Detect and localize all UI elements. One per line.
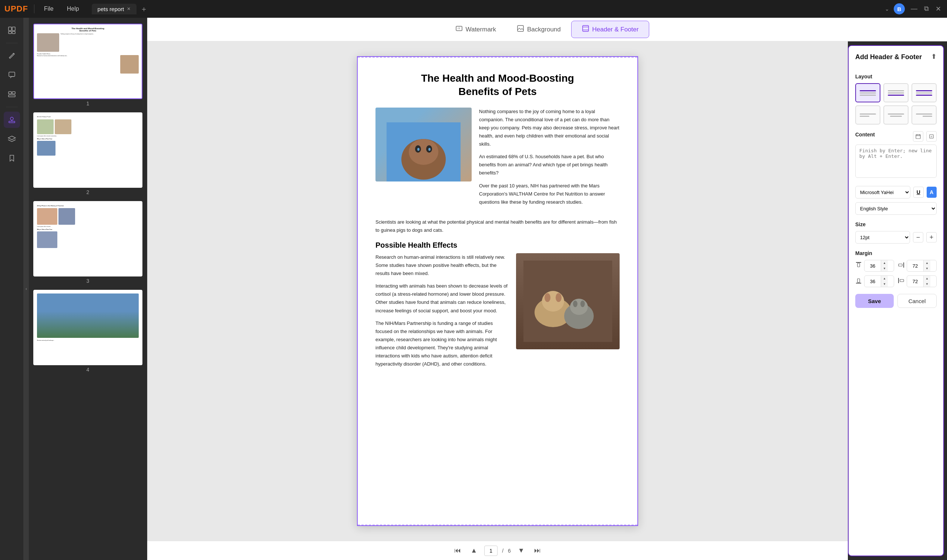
content-header: Content: [855, 131, 937, 142]
doc-intro-p2: An estimated 68% of U.S. households have…: [479, 153, 620, 177]
sidebar-stamp-icon[interactable]: [4, 112, 20, 128]
size-section: Size 12pt 8pt 10pt 14pt 16pt 18pt − +: [855, 222, 937, 244]
font-select[interactable]: Microsoft YaHei Arial Times New Roman: [855, 186, 910, 198]
doc-intro-p3: Over the past 10 years, NIH has partnere…: [479, 182, 620, 206]
underline-button[interactable]: U: [913, 187, 924, 198]
content-textarea[interactable]: [855, 145, 937, 178]
margin-grid: 36 ▲ ▼: [855, 260, 937, 287]
layout-option-1[interactable]: [855, 83, 881, 102]
margin-bottom-input[interactable]: 36: [865, 276, 881, 287]
svg-point-30: [573, 300, 577, 307]
thumb-body-1: Nothing compares to the joy of coming ho…: [61, 33, 139, 52]
margin-right-up[interactable]: ▲: [924, 260, 930, 266]
margin-left-input[interactable]: [907, 276, 923, 287]
svg-rect-12: [518, 26, 523, 31]
doc-intro-section: Nothing compares to the joy of coming ho…: [375, 108, 620, 211]
top-toolbar: Watermark Background: [147, 18, 947, 42]
tab-pets-report[interactable]: pets report ✕: [92, 4, 137, 14]
doc-effects-section: Research on human-animal interactions is…: [375, 253, 620, 372]
last-page-button[interactable]: ⏭: [532, 545, 543, 557]
user-avatar[interactable]: B: [894, 3, 905, 14]
bold-color-button[interactable]: A: [927, 187, 937, 198]
pagination-total: 6: [508, 548, 511, 554]
svg-rect-43: [858, 279, 860, 282]
page-number-input[interactable]: 1: [484, 546, 498, 556]
cancel-button[interactable]: Cancel: [898, 294, 937, 308]
tab-add-icon[interactable]: ＋: [138, 4, 150, 14]
size-select[interactable]: 12pt 8pt 10pt 14pt 16pt 18pt: [855, 231, 910, 244]
svg-rect-6: [12, 92, 15, 94]
margin-top-input[interactable]: 36: [865, 260, 881, 271]
chevron-down-icon[interactable]: ⌄: [885, 6, 889, 12]
sidebar-pages-icon[interactable]: [4, 22, 20, 38]
margin-bottom-icon: [855, 277, 862, 285]
title-divider: [34, 5, 34, 13]
save-button[interactable]: Save: [855, 294, 894, 308]
tab-background-label: Background: [527, 26, 561, 33]
sidebar-edit-icon[interactable]: [4, 48, 20, 64]
svg-rect-1: [12, 27, 15, 31]
size-decrease-button[interactable]: −: [913, 232, 923, 243]
margin-bottom-up[interactable]: ▲: [881, 276, 888, 281]
margin-bottom-down[interactable]: ▼: [881, 281, 888, 287]
page-num-icon-btn[interactable]: #: [926, 131, 937, 142]
minimize-button[interactable]: —: [909, 5, 919, 13]
tab-watermark[interactable]: Watermark: [445, 21, 507, 38]
sidebar-layers-icon[interactable]: [4, 131, 20, 147]
collapse-handle[interactable]: ‹: [24, 18, 29, 560]
margin-top-icon: [855, 262, 862, 270]
margin-left-down[interactable]: ▼: [924, 281, 930, 287]
margin-top-up[interactable]: ▲: [881, 260, 888, 266]
margin-top-spin: ▲ ▼: [881, 260, 888, 271]
sidebar-divider1: [6, 43, 18, 43]
thumbnail-panel: The Health and Mood-BoostingBenefits of …: [29, 18, 147, 560]
pagination-bar: ⏮ ▲ 1 / 6 ▼ ⏭: [147, 541, 848, 560]
layout-option-3[interactable]: [912, 83, 937, 102]
thumb-title-1: The Health and Mood-BoostingBenefits of …: [37, 27, 139, 32]
tab-close-icon[interactable]: ✕: [127, 6, 131, 11]
layout-option-5[interactable]: [883, 105, 908, 125]
thumbnail-page-2[interactable]: Animals Helping People Lorem ipsum dolor…: [33, 112, 142, 195]
menu-file[interactable]: File: [40, 4, 57, 14]
menu-help[interactable]: Help: [63, 4, 83, 14]
margin-left-up[interactable]: ▲: [924, 276, 930, 281]
margin-right-down[interactable]: ▼: [924, 266, 930, 271]
prev-page-button[interactable]: ▲: [468, 545, 480, 557]
sidebar-comment-icon[interactable]: [4, 67, 20, 83]
doc-title: The Health and Mood-BoostingBenefits of …: [375, 72, 620, 99]
left-sidebar: [0, 18, 24, 560]
close-button[interactable]: ✕: [934, 5, 942, 13]
layout-option-2[interactable]: [883, 83, 908, 102]
content-section: Content: [855, 131, 937, 179]
first-page-button[interactable]: ⏮: [452, 545, 464, 557]
calendar-icon-btn[interactable]: [913, 131, 923, 142]
svg-rect-39: [858, 263, 860, 267]
margin-right-input[interactable]: 72: [907, 260, 923, 271]
doc-dogs-image: [516, 253, 620, 349]
next-page-button[interactable]: ▼: [515, 545, 527, 557]
svg-point-18: [409, 139, 438, 165]
svg-rect-5: [9, 92, 11, 94]
tab-header-footer[interactable]: Header & Footer: [571, 21, 649, 38]
style-select[interactable]: English Style Roman Style Arabic Style: [855, 202, 937, 215]
thumbnail-page-4[interactable]: Mountain national park landscape... 4: [33, 290, 142, 372]
sidebar-organize-icon[interactable]: [4, 86, 20, 102]
size-increase-button[interactable]: +: [926, 232, 937, 243]
layout-option-4[interactable]: [855, 105, 881, 125]
sidebar-bookmark-icon[interactable]: [4, 150, 20, 166]
action-row: Save Cancel: [855, 294, 937, 308]
tab-background[interactable]: Background: [506, 21, 571, 38]
margin-top-down[interactable]: ▼: [881, 266, 888, 271]
export-icon[interactable]: ⬆: [931, 52, 937, 61]
layout-option-6[interactable]: [912, 105, 937, 125]
maximize-button[interactable]: ⧉: [922, 5, 930, 13]
doc-viewport[interactable]: The Health and Mood-BoostingBenefits of …: [147, 42, 848, 541]
title-bar: UPDF File Help pets report ✕ ＋ ⌄ B — ⧉ ✕: [0, 0, 947, 18]
thumbnail-img-1: The Health and Mood-BoostingBenefits of …: [33, 24, 142, 99]
margin-left-input-wrap: ▲ ▼: [907, 275, 937, 287]
thumbnail-page-1[interactable]: The Health and Mood-BoostingBenefits of …: [33, 24, 142, 106]
thumbnail-page-3[interactable]: A Key Phase in the History of Tourism Lo…: [33, 201, 142, 284]
margin-left-icon: [898, 277, 904, 285]
thumb-num-3: 3: [33, 278, 142, 284]
thumbnail-img-3: A Key Phase in the History of Tourism Lo…: [33, 201, 142, 277]
